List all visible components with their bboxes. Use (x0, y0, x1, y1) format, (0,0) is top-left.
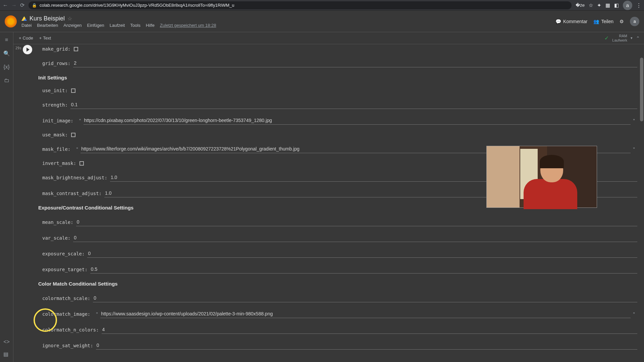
label-mask-brightness: mask_brightness_adjust: (42, 175, 107, 180)
label-make-grid: make_grid: (42, 46, 70, 52)
add-code-button[interactable]: + Code (19, 36, 33, 41)
checkbox-use-init[interactable] (71, 88, 75, 93)
nav-arrows: ← → ⟳ (3, 2, 24, 8)
label-mean-scale: mean_scale: (42, 220, 73, 225)
label-var-scale: var_scale: (42, 235, 70, 241)
settings-gear-icon[interactable]: ⚙ (620, 19, 624, 24)
add-text-label: Text (43, 36, 51, 41)
extension-icon[interactable]: ▦ (605, 2, 610, 8)
vertical-scrollbar[interactable] (640, 44, 643, 360)
back-icon[interactable]: ← (3, 2, 8, 8)
quote-open: " (74, 146, 80, 152)
comment-label: Kommentar (563, 19, 587, 24)
quote-open: " (94, 311, 100, 316)
label-exposure-target: exposure_target: (42, 267, 88, 272)
sidepanel-icon[interactable]: ◧ (614, 2, 619, 8)
input-mean-scale[interactable] (76, 218, 637, 226)
profile-avatar[interactable]: a (623, 1, 632, 10)
quote-close: " (631, 118, 637, 123)
comment-button[interactable]: 💬 Kommentar (555, 19, 587, 24)
variables-icon[interactable]: {x} (3, 64, 10, 70)
kebab-menu-icon[interactable]: ⋮ (636, 2, 641, 8)
browser-icons: �że ☆ ✦ ▦ ◧ a ⋮ (576, 1, 641, 10)
connected-check-icon: ✓ (604, 35, 609, 41)
colab-logo-icon[interactable] (5, 15, 17, 27)
resource-indicator[interactable]: RAM Laufwerk (612, 34, 627, 42)
quote-close: " (631, 146, 637, 152)
code-snippets-icon[interactable]: <> (3, 339, 10, 345)
terminal-icon[interactable]: ▤ (3, 351, 10, 357)
webcam-overlay (486, 146, 597, 208)
label-mask-contrast: mask_contrast_adjust: (42, 191, 102, 196)
field-strength: strength: (42, 101, 637, 109)
field-colormatch-image: colormatch_image: " " (42, 310, 637, 318)
collapse-up-icon[interactable]: ⌃ (636, 36, 640, 41)
field-init-image: init_image: " " (42, 116, 637, 125)
drive-icon (21, 16, 27, 21)
label-mask-file: mask_file: (42, 146, 70, 152)
label-exposure-scale: exposure_scale: (42, 251, 85, 256)
field-colormatch-n-colors: colormatch_n_colors: (42, 325, 637, 334)
label-init-image: init_image: (42, 118, 73, 123)
input-colormatch-n-colors[interactable] (102, 325, 637, 334)
toc-icon[interactable]: ≡ (5, 37, 8, 43)
menu-view[interactable]: Anzeigen (63, 23, 82, 28)
add-code-label: Code (23, 36, 33, 41)
input-strength[interactable] (70, 101, 637, 109)
quote-close: " (631, 311, 637, 316)
search-icon[interactable]: 🔍 (3, 50, 10, 57)
menu-edit[interactable]: Bearbeiten (37, 23, 58, 28)
checkbox-make-grid[interactable] (74, 47, 78, 51)
url-text: colab.research.google.com/drive/13G9KHyM… (40, 3, 234, 8)
input-exposure-scale[interactable] (87, 249, 637, 258)
input-colormatch-image[interactable] (100, 310, 631, 318)
lock-icon: 🔒 (32, 3, 37, 8)
field-use-init: use_init: (42, 88, 637, 93)
label-colormatch-image: colormatch_image: (42, 311, 90, 317)
bookmark-star-icon[interactable]: ☆ (589, 2, 593, 8)
menu-runtime[interactable]: Laufzeit (110, 23, 125, 28)
field-grid-rows: grid_rows: (42, 59, 637, 67)
checkbox-invert-mask[interactable] (79, 161, 84, 166)
field-make-grid: make_grid: (42, 46, 637, 52)
add-text-button[interactable]: + Text (39, 36, 51, 41)
doc-title[interactable]: Kurs Beispiel (30, 15, 65, 22)
input-ignore-sat-weight[interactable] (96, 341, 637, 350)
share-button[interactable]: 👥 Teilen (593, 19, 613, 24)
menu-insert[interactable]: Einfügen (87, 23, 104, 28)
menu-tools[interactable]: Tools (130, 23, 140, 28)
field-exposure-scale: exposure_scale: (42, 249, 637, 258)
forward-icon[interactable]: → (11, 2, 17, 8)
field-exposure-target: exposure_target: (42, 265, 637, 274)
cell-marker: 29s (15, 46, 21, 50)
translate-icon[interactable]: �że (576, 3, 585, 8)
input-colormatch-scale[interactable] (93, 294, 637, 302)
input-init-image[interactable] (84, 116, 631, 125)
url-bar[interactable]: 🔒 colab.research.google.com/drive/13G9KH… (29, 1, 572, 9)
label-grid-rows: grid_rows: (42, 61, 70, 66)
field-colormatch-scale: colormatch_scale: (42, 294, 637, 302)
label-use-mask: use_mask: (42, 132, 68, 137)
extensions-icon[interactable]: ✦ (597, 2, 601, 8)
label-use-init: use_init: (42, 88, 68, 93)
reload-icon[interactable]: ⟳ (20, 2, 24, 8)
input-exposure-target[interactable] (90, 265, 637, 274)
input-grid-rows[interactable] (73, 59, 637, 67)
files-icon[interactable]: 🗀 (4, 77, 9, 83)
resource-dropdown-icon[interactable]: ▾ (631, 36, 633, 40)
star-icon[interactable]: ☆ (67, 15, 72, 22)
menu-file[interactable]: Datei (21, 23, 32, 28)
section-colormatch-settings: Color Match Conditional Settings (38, 281, 637, 287)
label-colormatch-scale: colormatch_scale: (42, 296, 90, 301)
field-var-scale: var_scale: (42, 234, 637, 242)
quote-open: " (77, 118, 84, 123)
checkbox-use-mask[interactable] (71, 133, 75, 137)
user-avatar[interactable]: a (630, 17, 639, 26)
label-strength: strength: (42, 102, 68, 108)
comment-icon: 💬 (555, 19, 561, 24)
last-saved: Zuletzt gespeichert um 18:28 (160, 23, 216, 28)
field-use-mask: use_mask: (42, 132, 637, 137)
run-cell-button[interactable] (23, 45, 32, 54)
menu-help[interactable]: Hilfe (146, 23, 155, 28)
input-var-scale[interactable] (73, 234, 637, 242)
